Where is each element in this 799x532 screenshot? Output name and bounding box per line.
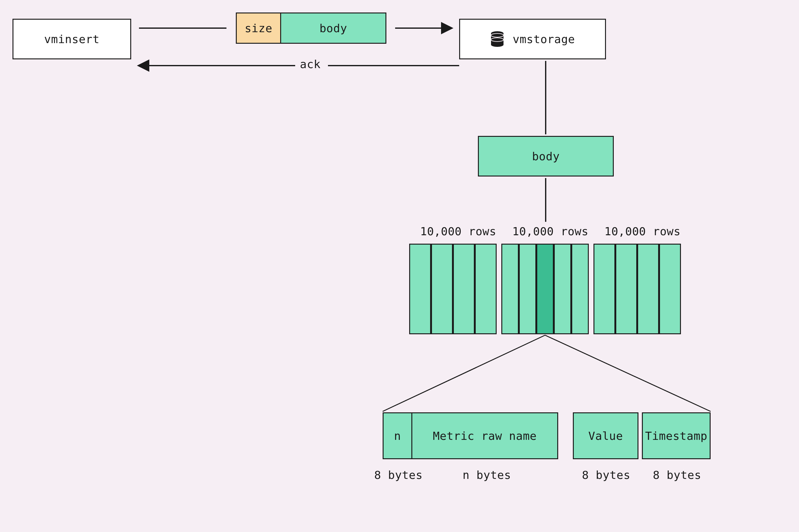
rowbatch-label-2: 10,000 rows	[512, 225, 588, 238]
rowbatch-1-col	[453, 244, 475, 334]
body-expanded-label: body	[532, 150, 560, 163]
rowfield-timestamp: Timestamp	[642, 412, 710, 459]
rowbatch-2-col	[519, 244, 536, 334]
rowbatch-2-col	[501, 244, 519, 334]
rowbatch-2-col	[571, 244, 589, 334]
rowbatch-2-col	[554, 244, 571, 334]
rowfield-n: n	[383, 412, 412, 459]
node-vmstorage: vmstorage	[459, 19, 606, 59]
ack-label: ack	[300, 58, 321, 71]
rowbatch-label-1: 10,000 rows	[420, 225, 496, 238]
rowbatch-2-col-hl	[536, 244, 554, 334]
rowfield-timestamp-label: Timestamp	[645, 430, 707, 442]
rowbatch-label-3: 10,000 rows	[604, 225, 681, 238]
rowbatch-3-col	[637, 244, 659, 334]
database-icon	[490, 31, 505, 47]
rowfield-value-label: Value	[588, 430, 623, 442]
packet-body-box: body	[280, 13, 386, 44]
rowbatch-1-col	[475, 244, 497, 334]
bytes-metric: n bytes	[462, 469, 511, 481]
rowbatch-2	[501, 244, 589, 334]
node-vmstorage-label: vmstorage	[513, 33, 575, 45]
svg-line-12	[545, 335, 710, 412]
rowbatch-3-col	[659, 244, 681, 334]
bytes-value: 8 bytes	[582, 469, 630, 481]
rowfield-metric: Metric raw name	[411, 412, 558, 459]
bytes-timestamp: 8 bytes	[653, 469, 701, 481]
rowbatch-3-col	[615, 244, 637, 334]
node-vminsert: vminsert	[13, 19, 131, 59]
bytes-n: 8 bytes	[374, 469, 423, 481]
packet-size-box: size	[236, 13, 281, 44]
rowfield-value: Value	[573, 412, 639, 459]
rowbatch-1	[409, 244, 497, 334]
rowbatch-1-col	[409, 244, 431, 334]
rowfield-n-label: n	[394, 430, 401, 442]
packet-body-label: body	[320, 22, 347, 35]
rowbatch-3	[593, 244, 681, 334]
rowfield-metric-label: Metric raw name	[433, 430, 537, 442]
rowbatch-1-col	[431, 244, 453, 334]
body-expanded-box: body	[478, 136, 614, 176]
svg-line-11	[383, 335, 545, 412]
node-vminsert-label: vminsert	[44, 33, 99, 45]
packet-size-label: size	[245, 22, 272, 35]
rowbatch-3-col	[593, 244, 615, 334]
diagram-stage: vminsert size body vmstorage	[0, 0, 799, 532]
